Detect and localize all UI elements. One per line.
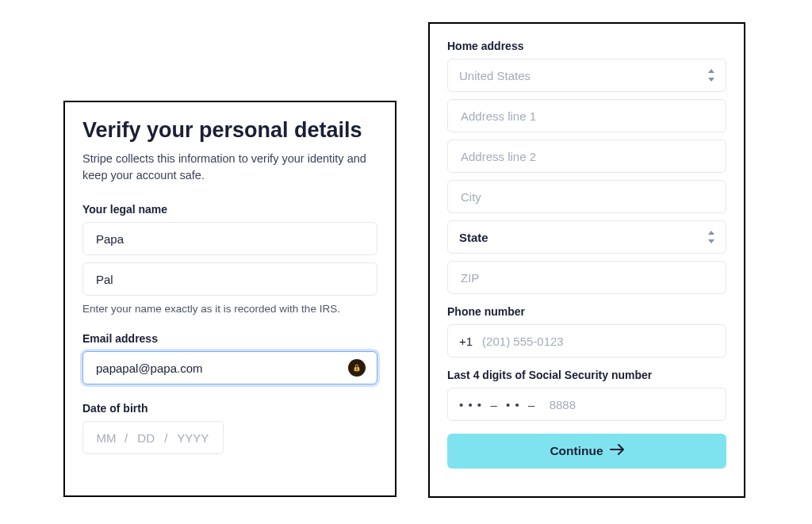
- legal-name-group: Your legal name Enter your name exactly …: [82, 203, 377, 315]
- address-line1-input[interactable]: [459, 109, 714, 124]
- last-name-input[interactable]: [94, 272, 366, 287]
- ssn-group: Last 4 digits of Social Security number …: [447, 369, 726, 421]
- ssn-field[interactable]: • • • – • • –: [447, 388, 726, 421]
- phone-field[interactable]: +1: [447, 324, 726, 358]
- ssn-input[interactable]: [548, 397, 596, 412]
- lock-icon: [348, 359, 366, 377]
- chevron-sort-icon: [707, 69, 716, 82]
- page-title: Verify your personal details: [82, 118, 377, 143]
- phone-label: Phone number: [447, 305, 726, 318]
- phone-input[interactable]: [481, 334, 714, 349]
- ssn-mask: • • • – • • –: [459, 398, 540, 411]
- dob-field[interactable]: / /: [82, 421, 224, 454]
- dob-label: Date of birth: [82, 402, 377, 415]
- verify-details-panel: Verify your personal details Stripe coll…: [63, 101, 396, 497]
- email-label: Email address: [82, 332, 377, 345]
- dob-group: Date of birth / /: [82, 402, 377, 454]
- address-line2-input[interactable]: [459, 149, 714, 164]
- phone-group: Phone number +1: [447, 305, 726, 358]
- continue-button[interactable]: Continue: [447, 434, 726, 469]
- email-field[interactable]: [82, 351, 377, 384]
- address-line1-field[interactable]: [447, 99, 726, 132]
- continue-label: Continue: [550, 444, 603, 458]
- address-panel: Home address United States State: [428, 22, 745, 498]
- last-name-field[interactable]: [82, 262, 377, 296]
- city-input[interactable]: [459, 189, 714, 205]
- address-group: Home address United States State: [447, 40, 726, 294]
- first-name-field[interactable]: [82, 222, 377, 255]
- page-subtitle: Stripe collects this information to veri…: [82, 151, 377, 184]
- email-input[interactable]: [94, 361, 342, 376]
- email-group: Email address: [82, 332, 377, 384]
- zip-input[interactable]: [459, 270, 714, 285]
- dob-sep-1: /: [124, 431, 128, 445]
- country-value: United States: [459, 69, 714, 82]
- country-select[interactable]: United States: [447, 59, 726, 92]
- first-name-input[interactable]: [94, 231, 366, 247]
- home-address-label: Home address: [447, 40, 726, 52]
- chevron-sort-icon: [707, 231, 716, 243]
- dob-month-input[interactable]: [93, 430, 120, 446]
- state-select[interactable]: State: [447, 220, 726, 254]
- legal-name-label: Your legal name: [82, 203, 377, 216]
- zip-field[interactable]: [447, 261, 726, 294]
- city-field[interactable]: [447, 180, 726, 213]
- arrow-right-icon: [610, 444, 624, 458]
- ssn-label: Last 4 digits of Social Security number: [447, 369, 726, 381]
- dob-sep-2: /: [164, 431, 167, 445]
- state-value: State: [459, 231, 714, 244]
- address-line2-field[interactable]: [447, 140, 726, 173]
- dob-day-input[interactable]: [132, 430, 159, 446]
- phone-prefix: +1: [459, 335, 473, 348]
- dob-year-input[interactable]: [172, 430, 213, 446]
- legal-name-hint: Enter your name exactly as it is recorde…: [82, 303, 377, 315]
